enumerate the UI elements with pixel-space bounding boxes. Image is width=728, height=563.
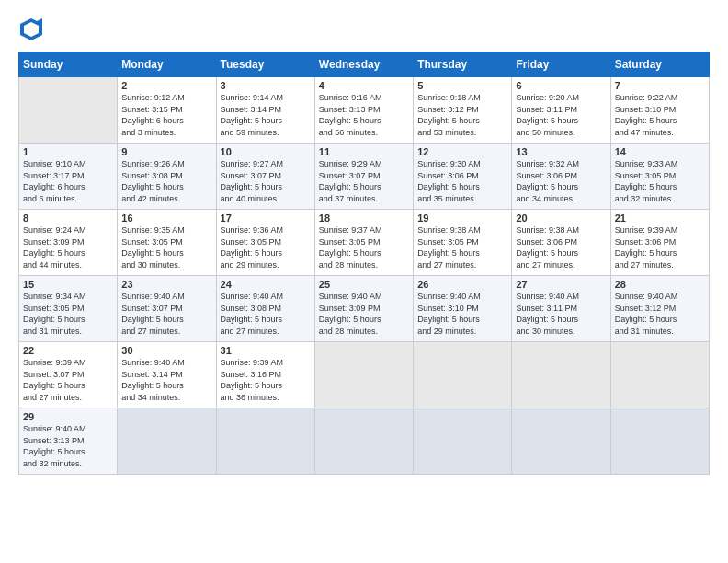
calendar-table: SundayMondayTuesdayWednesdayThursdayFrid…: [18, 52, 710, 475]
calendar-cell: 3Sunrise: 9:14 AM Sunset: 3:14 PM Daylig…: [216, 77, 314, 144]
calendar-header-thursday: Thursday: [414, 52, 512, 77]
day-info: Sunrise: 9:40 AM Sunset: 3:07 PM Dayligh…: [121, 291, 211, 337]
day-info: Sunrise: 9:14 AM Sunset: 3:14 PM Dayligh…: [221, 92, 311, 138]
day-info: Sunrise: 9:30 AM Sunset: 3:06 PM Dayligh…: [417, 158, 507, 204]
day-info: Sunrise: 9:36 AM Sunset: 3:05 PM Dayligh…: [221, 224, 311, 270]
day-info: Sunrise: 9:22 AM Sunset: 3:10 PM Dayligh…: [615, 92, 705, 138]
calendar-header-sunday: Sunday: [19, 52, 118, 77]
day-number: 12: [417, 146, 507, 157]
calendar-cell: [610, 342, 709, 408]
calendar-week-2: 1Sunrise: 9:10 AM Sunset: 3:17 PM Daylig…: [19, 144, 710, 210]
calendar-header-friday: Friday: [512, 52, 610, 77]
calendar-cell: 5Sunrise: 9:18 AM Sunset: 3:12 PM Daylig…: [414, 77, 512, 144]
day-number: 13: [516, 146, 606, 157]
day-info: Sunrise: 9:38 AM Sunset: 3:05 PM Dayligh…: [417, 224, 507, 270]
calendar-header-wednesday: Wednesday: [314, 52, 413, 77]
day-info: Sunrise: 9:37 AM Sunset: 3:05 PM Dayligh…: [319, 224, 409, 270]
calendar-week-3: 8Sunrise: 9:24 AM Sunset: 3:09 PM Daylig…: [19, 210, 710, 276]
calendar-cell: [118, 408, 216, 475]
day-info: Sunrise: 9:39 AM Sunset: 3:06 PM Dayligh…: [615, 224, 705, 270]
calendar-cell: 19Sunrise: 9:38 AM Sunset: 3:05 PM Dayli…: [414, 210, 512, 276]
day-number: 5: [417, 80, 507, 91]
day-info: Sunrise: 9:24 AM Sunset: 3:09 PM Dayligh…: [23, 224, 113, 270]
day-number: 29: [23, 411, 113, 422]
calendar-week-1: 2Sunrise: 9:12 AM Sunset: 3:15 PM Daylig…: [19, 77, 710, 144]
day-info: Sunrise: 9:40 AM Sunset: 3:14 PM Dayligh…: [121, 357, 211, 403]
calendar-cell: [512, 342, 610, 408]
calendar-cell: 16Sunrise: 9:35 AM Sunset: 3:05 PM Dayli…: [118, 210, 216, 276]
day-info: Sunrise: 9:38 AM Sunset: 3:06 PM Dayligh…: [516, 224, 606, 270]
day-number: 31: [221, 345, 311, 356]
day-info: Sunrise: 9:40 AM Sunset: 3:08 PM Dayligh…: [221, 291, 311, 337]
day-number: 15: [23, 279, 113, 290]
calendar-cell: 7Sunrise: 9:22 AM Sunset: 3:10 PM Daylig…: [610, 77, 709, 144]
day-number: 6: [516, 80, 606, 91]
day-info: Sunrise: 9:35 AM Sunset: 3:05 PM Dayligh…: [121, 224, 211, 270]
day-number: 24: [221, 279, 311, 290]
day-number: 7: [615, 80, 705, 91]
day-number: 23: [121, 279, 211, 290]
calendar-cell: 22Sunrise: 9:39 AM Sunset: 3:07 PM Dayli…: [19, 342, 118, 408]
day-info: Sunrise: 9:40 AM Sunset: 3:12 PM Dayligh…: [615, 291, 705, 337]
day-info: Sunrise: 9:34 AM Sunset: 3:05 PM Dayligh…: [23, 291, 113, 337]
day-info: Sunrise: 9:40 AM Sunset: 3:10 PM Dayligh…: [417, 291, 507, 337]
calendar-cell: 31Sunrise: 9:39 AM Sunset: 3:16 PM Dayli…: [216, 342, 314, 408]
calendar-cell: 20Sunrise: 9:38 AM Sunset: 3:06 PM Dayli…: [512, 210, 610, 276]
calendar-cell: 18Sunrise: 9:37 AM Sunset: 3:05 PM Dayli…: [314, 210, 413, 276]
day-info: Sunrise: 9:10 AM Sunset: 3:17 PM Dayligh…: [23, 158, 113, 204]
calendar-cell: 12Sunrise: 9:30 AM Sunset: 3:06 PM Dayli…: [414, 144, 512, 210]
logo: [18, 17, 46, 42]
day-number: 16: [121, 213, 211, 224]
day-number: 4: [319, 80, 409, 91]
day-info: Sunrise: 9:18 AM Sunset: 3:12 PM Dayligh…: [417, 92, 507, 138]
day-info: Sunrise: 9:29 AM Sunset: 3:07 PM Dayligh…: [319, 158, 409, 204]
calendar-cell: [216, 408, 314, 475]
calendar-cell: 14Sunrise: 9:33 AM Sunset: 3:05 PM Dayli…: [610, 144, 709, 210]
day-number: 3: [221, 80, 311, 91]
calendar-cell: 26Sunrise: 9:40 AM Sunset: 3:10 PM Dayli…: [414, 276, 512, 342]
day-number: 30: [121, 345, 211, 356]
calendar-cell: 6Sunrise: 9:20 AM Sunset: 3:11 PM Daylig…: [512, 77, 610, 144]
calendar-header-row: SundayMondayTuesdayWednesdayThursdayFrid…: [19, 52, 710, 77]
logo-icon: [18, 17, 44, 42]
calendar-cell: 27Sunrise: 9:40 AM Sunset: 3:11 PM Dayli…: [512, 276, 610, 342]
day-number: 20: [516, 213, 606, 224]
day-number: 8: [23, 213, 113, 224]
calendar-cell: 4Sunrise: 9:16 AM Sunset: 3:13 PM Daylig…: [314, 77, 413, 144]
calendar-header-saturday: Saturday: [610, 52, 709, 77]
day-number: 10: [221, 146, 311, 157]
day-info: Sunrise: 9:27 AM Sunset: 3:07 PM Dayligh…: [221, 158, 311, 204]
day-info: Sunrise: 9:40 AM Sunset: 3:11 PM Dayligh…: [516, 291, 606, 337]
calendar-cell: 23Sunrise: 9:40 AM Sunset: 3:07 PM Dayli…: [118, 276, 216, 342]
calendar-cell: 1Sunrise: 9:10 AM Sunset: 3:17 PM Daylig…: [19, 144, 118, 210]
page: SundayMondayTuesdayWednesdayThursdayFrid…: [0, 0, 728, 563]
day-info: Sunrise: 9:12 AM Sunset: 3:15 PM Dayligh…: [121, 92, 211, 138]
day-number: 28: [615, 279, 705, 290]
calendar-week-4: 15Sunrise: 9:34 AM Sunset: 3:05 PM Dayli…: [19, 276, 710, 342]
calendar-cell: 24Sunrise: 9:40 AM Sunset: 3:08 PM Dayli…: [216, 276, 314, 342]
calendar-cell: 30Sunrise: 9:40 AM Sunset: 3:14 PM Dayli…: [118, 342, 216, 408]
day-number: 9: [121, 146, 211, 157]
calendar-cell: [414, 342, 512, 408]
day-number: 25: [319, 279, 409, 290]
calendar-cell: 21Sunrise: 9:39 AM Sunset: 3:06 PM Dayli…: [610, 210, 709, 276]
calendar-cell: 25Sunrise: 9:40 AM Sunset: 3:09 PM Dayli…: [314, 276, 413, 342]
calendar-cell: 15Sunrise: 9:34 AM Sunset: 3:05 PM Dayli…: [19, 276, 118, 342]
calendar-cell: 8Sunrise: 9:24 AM Sunset: 3:09 PM Daylig…: [19, 210, 118, 276]
day-number: 22: [23, 345, 113, 356]
day-number: 17: [221, 213, 311, 224]
day-number: 11: [319, 146, 409, 157]
header: [18, 17, 710, 42]
calendar-cell: [314, 342, 413, 408]
calendar-cell: 9Sunrise: 9:26 AM Sunset: 3:08 PM Daylig…: [118, 144, 216, 210]
calendar-cell: 2Sunrise: 9:12 AM Sunset: 3:15 PM Daylig…: [118, 77, 216, 144]
calendar-cell: [414, 408, 512, 475]
day-info: Sunrise: 9:39 AM Sunset: 3:07 PM Dayligh…: [23, 357, 113, 403]
day-number: 14: [615, 146, 705, 157]
calendar-cell: [610, 408, 709, 475]
day-info: Sunrise: 9:32 AM Sunset: 3:06 PM Dayligh…: [516, 158, 606, 204]
day-info: Sunrise: 9:33 AM Sunset: 3:05 PM Dayligh…: [615, 158, 705, 204]
calendar-cell: 28Sunrise: 9:40 AM Sunset: 3:12 PM Dayli…: [610, 276, 709, 342]
calendar-cell: 17Sunrise: 9:36 AM Sunset: 3:05 PM Dayli…: [216, 210, 314, 276]
calendar-week-5: 22Sunrise: 9:39 AM Sunset: 3:07 PM Dayli…: [19, 342, 710, 408]
